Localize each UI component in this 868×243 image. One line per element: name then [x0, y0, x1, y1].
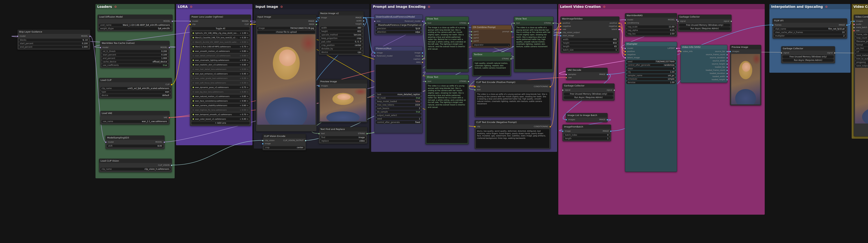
output-port-clip-vision[interactable]: CLIP_VISION [158, 164, 172, 167]
port-dot[interactable] [262, 140, 264, 141]
port-dot[interactable] [618, 22, 620, 24]
group-title-video-combination[interactable]: Video Combination ⚙ [852, 4, 868, 9]
lora-toggle-icon[interactable] [192, 59, 194, 61]
toggle-widget-do-sample[interactable]: do_sampletrue [376, 110, 422, 113]
lora-strength[interactable]: 0.60 [242, 55, 246, 57]
lora-toggle-icon[interactable] [192, 64, 194, 65]
lora-toggle-icon[interactable] [192, 100, 194, 102]
increment-icon[interactable]: ▶ [247, 114, 248, 115]
lora-toggle-icon[interactable] [192, 118, 194, 120]
port-dot[interactable] [624, 54, 626, 55]
lora-strength[interactable]: 0.60 [242, 104, 246, 107]
output-port-height[interactable]: height [355, 22, 364, 26]
decrement-icon[interactable]: ◀ [240, 77, 241, 79]
node-title-show-text-final[interactable]: Show Text [514, 17, 553, 21]
input-port-image[interactable]: image [319, 16, 327, 19]
combo-widget-format[interactable]: formatvideo/h264-mp4 [855, 44, 868, 47]
node-title-garbage-collector-2[interactable]: Garbage Collector [678, 15, 732, 19]
group-title-interpolation[interactable]: Interpolation and Upscaling ⚙ [769, 4, 850, 9]
port-dot[interactable] [550, 86, 551, 87]
port-dot[interactable] [510, 58, 512, 60]
lora-row-2[interactable]: Wan21_CausVid_14B_T2V_lora_rank32_v2.saf… [191, 36, 250, 39]
output-port-mask[interactable]: MASK [309, 23, 316, 26]
lora-strength[interactable]: 0.30 [242, 36, 246, 39]
lora-row-8[interactable]: wan_realistic_skin_v3.safetensors◀0.65▶ [191, 63, 250, 66]
input-port-clip[interactable]: clip [475, 125, 480, 128]
node-title-florence2-run[interactable]: Florence2Run [375, 47, 423, 51]
decrement-icon[interactable]: ◀ [240, 64, 241, 65]
lora-toggle-icon[interactable] [192, 82, 194, 84]
input-port-text[interactable]: text [426, 22, 431, 25]
lora-strength[interactable]: 0.75 [242, 86, 246, 88]
node-load-clip-vision[interactable]: Load CLIP VisionCLIP_VISIONclip_nameclip… [99, 159, 172, 172]
input-port-lora[interactable]: lora [375, 20, 380, 23]
info-row-0[interactable]: Free Unused Memory (Windows only) [782, 55, 834, 58]
toggle-widget-pingpong[interactable]: pingpongfalse [855, 61, 868, 64]
output-port-loaded-width[interactable]: loaded_width [712, 75, 727, 78]
lora-toggle-icon[interactable] [192, 69, 194, 70]
lora-toggle-icon[interactable] [192, 78, 194, 79]
port-dot[interactable] [726, 76, 728, 77]
lora-strength[interactable]: 0.35 [242, 77, 246, 80]
output-port-signal[interactable]: signal [827, 51, 835, 54]
text-widget-final-prompt[interactable]: The video is a close-up selfie of a youn… [515, 26, 552, 69]
num-widget-loop-count[interactable]: loop_count0 [855, 36, 868, 39]
lora-strength[interactable]: 0.90 [242, 100, 246, 102]
info-row-1[interactable]: Run Async (Requires Admin) [679, 27, 730, 30]
output-port-image[interactable]: IMAGE [308, 20, 316, 23]
input-port-negative[interactable]: negative [625, 53, 636, 56]
lora-toggle-icon[interactable] [192, 73, 194, 75]
port-dot[interactable] [731, 21, 732, 22]
port-dot[interactable] [374, 52, 375, 54]
lora-row-4[interactable]: Wan2.1-Fun-14B-InP-MPS.safetensors◀0.70▶ [191, 45, 250, 48]
port-dot[interactable] [726, 54, 728, 55]
input-port-image[interactable]: image [563, 130, 570, 133]
num-widget-length[interactable]: length65 [562, 45, 618, 48]
increment-icon[interactable]: ▶ [247, 32, 248, 34]
combo-widget-precision[interactable]: precisionfp16 [376, 27, 422, 30]
increment-icon[interactable]: ▶ [247, 118, 248, 120]
text-widget-caption[interactable]: The image is a close-up selfie of a youn… [427, 26, 467, 69]
node-title-film-vfi[interactable]: FILM VFI [773, 19, 847, 23]
output-port-latent[interactable]: LATENT [668, 47, 677, 50]
input-port-vae[interactable]: vae [854, 29, 860, 32]
port-dot[interactable] [726, 73, 728, 74]
port-dot[interactable] [305, 140, 306, 141]
input-port-clip-vision[interactable]: clip_vision [262, 139, 275, 142]
node-title-video-info[interactable]: Video Info (VHS) [681, 45, 727, 49]
output-port-caption[interactable]: caption [413, 58, 423, 61]
output-port-mask[interactable]: mask [415, 54, 423, 58]
port-dot[interactable] [853, 21, 855, 22]
combo-widget-crop-position[interactable]: crop_positioncenter [320, 44, 363, 47]
input-port-positive[interactable]: positive [561, 22, 570, 25]
num-widget-length[interactable]: length1 [564, 137, 610, 140]
decrement-icon[interactable]: ◀ [240, 86, 241, 88]
port-dot[interactable] [610, 131, 612, 132]
combo-widget-control-after-generate[interactable]: control_after_generatefixed [376, 121, 422, 124]
output-port-conditioning[interactable]: CONDITIONING [534, 125, 550, 128]
lora-row-12[interactable]: wan_soft_focus_lora.safetensors◀0.30▶ [191, 81, 250, 84]
lora-toggle-icon[interactable] [192, 114, 194, 115]
node-show-text-caption[interactable]: Show TexttextSTRINGThe image is a close-… [425, 17, 469, 72]
output-port-loaded-duration[interactable]: loaded_duration [710, 72, 727, 75]
port-dot[interactable] [565, 119, 567, 120]
output-port-model[interactable]: MODEL [668, 18, 677, 21]
node-florence2-model-loader[interactable]: DownloadAndLoadFlorence2Modelloraflorenc… [374, 15, 423, 35]
node-title-show-text-caption[interactable]: Show Text [426, 17, 469, 21]
port-dot[interactable] [425, 81, 426, 82]
port-dot[interactable] [560, 32, 561, 33]
num-widget-batch-index[interactable]: batch_index0 [564, 134, 610, 137]
port-dot[interactable] [318, 133, 320, 134]
port-dot[interactable] [163, 141, 165, 143]
node-title-power-lora-loader[interactable]: Power Lora Loader (rgthree) [190, 15, 251, 19]
num-widget-clear-cache-after-n-frames[interactable]: clear_cache_after_n_frames10 [774, 31, 846, 34]
port-dot[interactable] [560, 35, 561, 36]
decrement-icon[interactable]: ◀ [240, 55, 241, 57]
lora-toggle-icon[interactable] [192, 109, 194, 111]
port-dot[interactable] [471, 34, 472, 36]
port-dot[interactable] [730, 51, 731, 52]
output-port-prompt[interactable]: prompt [502, 30, 512, 33]
combo-widget-clip-name[interactable]: clip_nameclip_vision_h.safetensors [100, 168, 170, 171]
node-title-clip-text-encode-positive[interactable]: CLIP Text Encode (Positive Prompt) [475, 80, 550, 84]
increment-icon[interactable]: ▶ [247, 91, 248, 93]
